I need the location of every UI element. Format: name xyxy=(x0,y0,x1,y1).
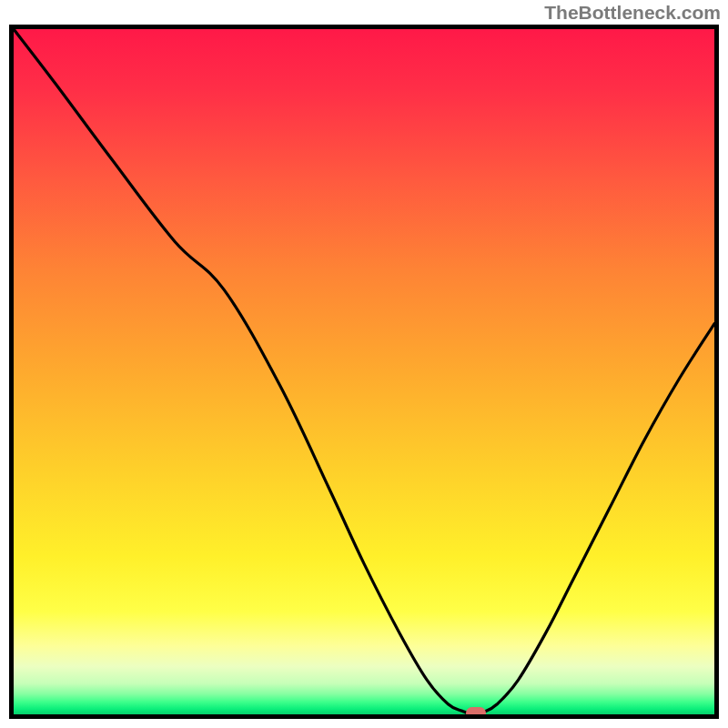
watermark-text: TheBottleneck.com xyxy=(544,2,721,24)
bottleneck-curve xyxy=(14,29,714,714)
chart-frame: TheBottleneck.com xyxy=(0,0,728,728)
optimal-point-marker xyxy=(466,707,486,719)
plot-area xyxy=(9,25,719,719)
